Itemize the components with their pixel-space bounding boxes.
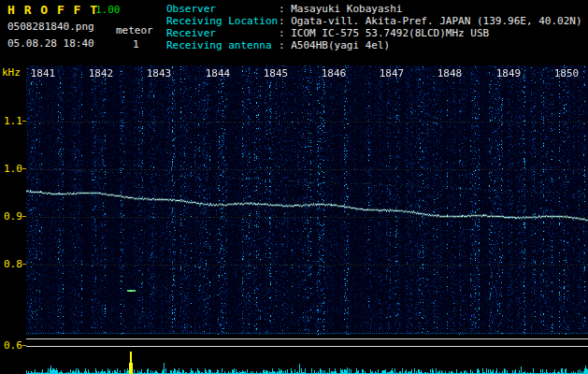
level-separator-line [26, 338, 588, 339]
header: H R O F F T 1.00 0508281840.png 05.08.28… [0, 0, 588, 65]
x-time-label: 1841 [29, 68, 57, 79]
x-time-label: 1844 [204, 68, 232, 79]
info-value: : ICOM IC-575 53.7492(8LCD)MHz USB [279, 27, 489, 39]
spectrogram-canvas [26, 65, 588, 335]
app-version: 1.00 [95, 4, 121, 16]
info-value: : A504HB(yagi 4el) [279, 39, 390, 51]
x-time-label: 1847 [378, 68, 406, 79]
x-time-label: 1843 [145, 68, 173, 79]
level-separator-line [26, 346, 588, 347]
y-tick-label: 1.1 [4, 116, 22, 126]
x-time-label: 1845 [262, 68, 290, 79]
hrofft-output: H R O F F T 1.00 0508281840.png 05.08.28… [0, 0, 588, 374]
meteor-count-label: meteor [116, 24, 153, 36]
x-time-label: 1842 [87, 68, 115, 79]
info-label: Receiver [166, 27, 279, 39]
info-row-location: Receiving Location : Ogata-vill. Akita-P… [166, 15, 582, 27]
y-tick-label: 0.8 [4, 259, 22, 269]
info-row-receiver: Receiver : ICOM IC-575 53.7492(8LCD)MHz … [166, 27, 582, 39]
info-label: Receiving antenna [166, 39, 279, 51]
info-row-antenna: Receiving antenna : A504HB(yagi 4el) [166, 39, 582, 51]
station-info: Observer : Masayuki Kobayashi Receiving … [166, 3, 582, 51]
x-time-label: 1850 [552, 68, 581, 79]
meteor-count-value: 1 [133, 38, 139, 50]
y-tick-label: 0.6 [4, 340, 22, 351]
y-tick-label: 1.0 [4, 164, 22, 174]
amplitude-strip-canvas [26, 350, 588, 374]
info-label: Observer [166, 3, 279, 15]
y-axis-unit: kHz [2, 67, 21, 78]
x-time-label: 1849 [495, 68, 523, 79]
x-time-label: 1848 [436, 68, 464, 79]
output-filename: 0508281840.png [7, 21, 94, 33]
app-title: H R O F F T [7, 3, 98, 17]
info-row-observer: Observer : Masayuki Kobayashi [166, 3, 582, 15]
y-tick-label: 0.9 [4, 211, 22, 222]
info-value: : Masayuki Kobayashi [279, 3, 402, 15]
x-time-label: 1846 [320, 68, 348, 79]
info-label: Receiving Location [166, 15, 279, 27]
timestamp: 05.08.28 18:40 [7, 37, 94, 50]
info-value: : Ogata-vill. Akita-Pref. JAPAN (139.96E… [279, 15, 582, 27]
